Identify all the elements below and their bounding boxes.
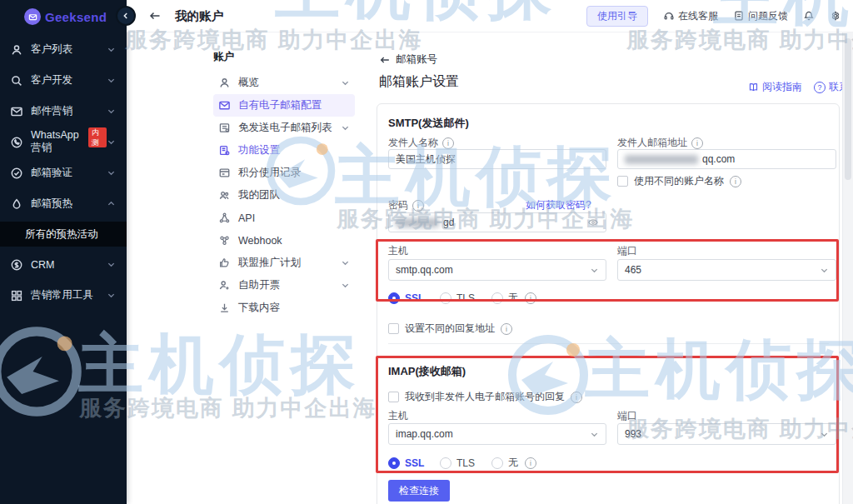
sender-name-input[interactable]: 美国主机侦探	[388, 149, 606, 169]
info-icon[interactable]	[730, 176, 741, 187]
nav-item-api[interactable]: API	[213, 207, 355, 229]
how-to-get-password-link[interactable]: 如何获取密码?	[526, 198, 591, 212]
reply-address-checkbox[interactable]	[388, 323, 399, 334]
info-icon[interactable]	[412, 200, 424, 212]
user-icon	[218, 77, 231, 89]
user-icon	[10, 43, 23, 57]
back-to-email-accounts[interactable]: 邮箱账号	[379, 52, 437, 67]
settings-icon	[218, 144, 231, 157]
section-divider	[388, 343, 829, 344]
reply-address-label: 设置不同的回复地址	[405, 322, 495, 336]
radio-none[interactable]: 无	[491, 456, 518, 470]
sidebar-collapse-button[interactable]	[116, 6, 136, 26]
smtp-port-select[interactable]: 465	[617, 259, 836, 281]
sender-email-label-text: 发件人邮箱地址	[617, 136, 687, 150]
feedback-link[interactable]: 问题反馈	[733, 9, 788, 23]
usage-guide-button[interactable]: 使用引导	[586, 6, 648, 27]
nav-item-webhook[interactable]: Webhook	[213, 229, 355, 252]
radio-tls[interactable]: TLS	[440, 457, 483, 469]
sender-email-label: 发件人邮箱地址	[617, 136, 703, 150]
gear-icon[interactable]	[830, 10, 841, 22]
nav-item-self-invoice[interactable]: 自助开票	[213, 274, 355, 297]
nav-item-downloads[interactable]: 下载内容	[213, 297, 355, 319]
nav-item-affiliate-program[interactable]: 联盟推广计划	[213, 252, 355, 274]
info-icon[interactable]	[525, 292, 536, 304]
nav-item-own-email-config[interactable]: 自有电子邮箱配置	[213, 94, 355, 117]
smtp-host-select[interactable]: smtp.qq.com	[388, 259, 606, 281]
sidebar-subitem-all-warmup-campaigns[interactable]: 所有的预热活动	[0, 222, 127, 247]
smtp-host-value: smtp.qq.com	[396, 264, 453, 276]
radio-none[interactable]: 无	[491, 291, 518, 305]
chevron-down-icon	[107, 45, 116, 54]
check-connection-button[interactable]: 检查连接	[388, 480, 450, 502]
info-icon[interactable]	[525, 457, 536, 469]
webhook-icon	[218, 234, 231, 247]
brand-logo[interactable]: Geeksend	[0, 0, 127, 25]
radio-label: SSL	[405, 457, 424, 469]
nav-item-label: 下载内容	[238, 301, 280, 315]
radio-label: 无	[508, 291, 518, 305]
nav-item-credit-records[interactable]: 积分使用记录	[213, 162, 355, 184]
radio-ssl[interactable]: SSL	[388, 292, 431, 304]
read-guide-link[interactable]: 阅读指南	[748, 80, 802, 94]
sender-name-value: 美国主机侦探	[396, 152, 456, 167]
imap-host-select[interactable]: imap.qq.com	[388, 423, 606, 445]
chevron-up-icon	[107, 199, 116, 208]
top-bar: 我的账户 使用引导 在线客服 问题反馈	[127, 0, 853, 32]
imap-encryption-options: SSL TLS 无	[388, 456, 536, 470]
nav-item-label: 功能设置	[238, 143, 280, 157]
sidebar-item-email-marketing[interactable]: 邮件营销	[0, 96, 127, 127]
sidebar-item-marketing-tools[interactable]: 营销常用工具	[0, 280, 127, 311]
sidebar-item-customer-development[interactable]: 客户开发	[0, 65, 127, 96]
chevron-down-icon	[341, 78, 350, 87]
info-icon[interactable]	[501, 323, 512, 335]
nav-item-free-email-list[interactable]: 免发送电子邮箱列表	[213, 117, 355, 139]
radio-label: SSL	[405, 292, 424, 304]
reply-address-checkbox-row: 设置不同的回复地址	[388, 322, 512, 336]
sidebar-item-label: 客户列表	[31, 42, 72, 57]
eye-icon[interactable]	[587, 217, 599, 228]
smtp-encryption-options: SSL TLS 无	[388, 291, 536, 305]
nav-item-label: Webhook	[238, 235, 282, 247]
smtp-section-heading: SMTP(发送邮件)	[388, 116, 469, 131]
sender-email-visible-text: qq.com	[702, 153, 735, 165]
password-input[interactable]: gd	[388, 212, 606, 232]
bell-icon[interactable]	[803, 10, 815, 22]
sidebar-item-customer-list[interactable]: 客户列表	[0, 34, 127, 65]
account-nav: 账户 概览 自有电子邮箱配置 免发送电子邮箱列表 功能设置 积分使用记录 我的团…	[213, 50, 355, 319]
non-sender-reply-checkbox[interactable]	[388, 392, 399, 402]
sidebar-item-crm[interactable]: CRM	[0, 249, 127, 280]
mail-icon	[218, 99, 231, 112]
scrollbar-thumb[interactable]	[845, 38, 851, 180]
book-icon	[748, 82, 759, 92]
settings-card: SMTP(发送邮件) 发件人名称 发件人邮箱地址 美国主机侦探 qq.com 使…	[377, 103, 840, 504]
imap-host-label: 主机	[388, 409, 408, 423]
smtp-port-value: 465	[625, 264, 641, 276]
masked-password	[396, 218, 439, 227]
info-icon[interactable]	[571, 392, 582, 403]
radio-tls[interactable]: TLS	[440, 292, 483, 304]
sidebar-item-email-verification[interactable]: 邮箱验证	[0, 157, 127, 188]
chevron-down-icon	[107, 137, 116, 147]
radio-label: 无	[508, 456, 518, 470]
info-icon[interactable]	[442, 137, 454, 149]
online-service-link[interactable]: 在线客服	[663, 9, 718, 23]
nav-item-feature-settings[interactable]: 功能设置	[213, 139, 355, 162]
nav-item-overview[interactable]: 概览	[213, 72, 355, 94]
radio-ssl[interactable]: SSL	[388, 457, 431, 469]
scrollbar-track[interactable]	[842, 32, 853, 504]
sidebar-item-label: 邮箱预热	[31, 197, 72, 211]
nav-item-label: 自有电子邮箱配置	[238, 98, 322, 112]
sidebar-item-email-warmup[interactable]: 邮箱预热	[0, 188, 127, 219]
sender-email-input[interactable]: qq.com	[617, 149, 836, 169]
info-icon[interactable]	[691, 137, 703, 149]
chevron-down-icon	[820, 430, 829, 439]
nav-item-my-team[interactable]: 我的团队	[213, 184, 355, 207]
imap-port-select[interactable]: 993	[617, 423, 836, 445]
back-arrow-icon[interactable]	[148, 9, 162, 22]
password-visible-text: gd	[443, 217, 454, 228]
different-account-checkbox[interactable]	[617, 176, 628, 187]
sidebar-item-whatsapp-marketing[interactable]: WhatsApp营销内测	[0, 127, 127, 157]
chevron-down-icon	[107, 168, 116, 177]
whatsapp-icon	[10, 136, 23, 149]
